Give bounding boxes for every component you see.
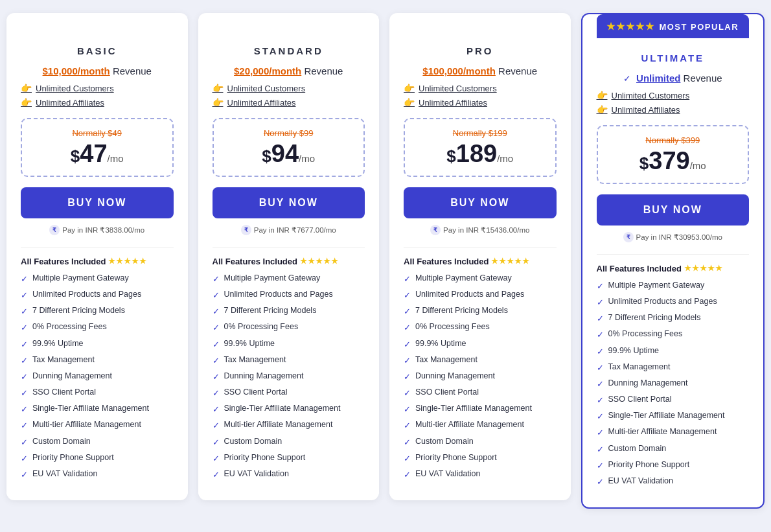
customers-emoji-basic: 👉 [21, 83, 32, 93]
price-main-ultimate: $379/mo [606, 148, 741, 175]
affiliates-label-standard: Unlimited Affiliates [227, 98, 296, 108]
customers-tag-ultimate: 👉 Unlimited Customers [597, 90, 750, 100]
feature-text-standard-5: Tax Management [224, 354, 286, 366]
inr-note-standard: ₹ Pay in INR ₹7677.00/mo [213, 225, 365, 235]
feature-item-standard-1: ✓ Unlimited Products and Pages [213, 289, 365, 301]
divider-pro [404, 247, 557, 248]
feature-text-basic-5: Tax Management [32, 354, 95, 366]
feature-check-standard-0: ✓ [213, 273, 220, 285]
feature-item-pro-12: ✓ EU VAT Validation [404, 468, 557, 481]
feature-text-pro-3: 0% Processing Fees [415, 321, 490, 333]
feature-text-pro-8: Single-Tier Affiliate Management [415, 403, 532, 415]
feature-item-ultimate-7: ✓ SSO Client Portal [597, 394, 750, 406]
feature-check-ultimate-3: ✓ [597, 329, 604, 341]
feature-text-ultimate-10: Custom Domain [608, 443, 667, 455]
feature-check-pro-1: ✓ [404, 290, 411, 301]
feature-check-basic-8: ✓ [21, 404, 28, 415]
price-currency-basic: $ [71, 146, 80, 166]
feature-text-ultimate-1: Unlimited Products and Pages [608, 296, 717, 308]
feature-check-basic-2: ✓ [21, 306, 28, 318]
feature-item-ultimate-11: ✓ Priority Phone Support [597, 459, 750, 472]
feature-check-pro-7: ✓ [404, 387, 411, 399]
feature-check-pro-12: ✓ [404, 469, 411, 481]
feature-item-pro-0: ✓ Multiple Payment Gateway [404, 273, 557, 285]
feature-text-standard-12: EU VAT Validation [224, 468, 290, 480]
feature-check-standard-1: ✓ [213, 290, 220, 301]
feature-check-ultimate-4: ✓ [597, 346, 604, 358]
feature-check-ultimate-5: ✓ [597, 362, 604, 374]
feature-text-basic-1: Unlimited Products and Pages [32, 289, 141, 301]
feature-item-basic-5: ✓ Tax Management [21, 354, 174, 367]
feature-text-basic-4: 99.9% Uptime [32, 338, 84, 350]
price-currency-standard: $ [262, 146, 271, 166]
check-icon-ultimate: ✓ [623, 73, 631, 84]
feature-text-standard-7: SSO Client Portal [224, 387, 288, 399]
inr-note-pro: ₹ Pay in INR ₹15436.00/mo [404, 225, 557, 235]
feature-text-standard-6: Dunning Management [224, 371, 304, 382]
feature-text-pro-9: Multi-tier Affiliate Management [415, 419, 524, 431]
feature-check-ultimate-7: ✓ [597, 395, 604, 406]
feature-item-standard-9: ✓ Multi-tier Affiliate Management [213, 419, 365, 432]
price-main-pro: $189/mo [413, 141, 547, 168]
price-number-ultimate: 379 [649, 147, 689, 174]
plan-card-basic: BASIC $10,000/month Revenue 👉 Unlimited … [6, 13, 188, 500]
price-number-standard: 94 [271, 140, 299, 167]
feature-text-basic-12: EU VAT Validation [32, 468, 98, 480]
affiliates-tag-ultimate: 👉 Unlimited Affiliates [597, 104, 750, 115]
feature-check-basic-11: ✓ [21, 453, 28, 465]
feature-check-ultimate-2: ✓ [597, 313, 604, 325]
feature-text-ultimate-6: Dunning Management [608, 378, 688, 389]
feature-check-pro-8: ✓ [404, 404, 411, 415]
price-box-standard: Normally $99 $94/mo [213, 118, 365, 177]
revenue-line-standard: $20,000/month Revenue [213, 65, 365, 76]
normal-price-pro: Normally $199 [413, 128, 547, 138]
inr-note-ultimate: ₹ Pay in INR ₹30953.00/mo [597, 232, 750, 242]
feature-text-basic-8: Single-Tier Affiliate Management [32, 403, 149, 415]
feature-check-standard-6: ✓ [213, 371, 220, 383]
feature-check-standard-12: ✓ [213, 469, 220, 481]
feature-text-ultimate-11: Priority Phone Support [608, 459, 690, 471]
divider-standard [213, 247, 365, 248]
feature-text-basic-0: Multiple Payment Gateway [32, 273, 129, 284]
price-main-standard: $94/mo [222, 141, 356, 168]
feature-item-basic-1: ✓ Unlimited Products and Pages [21, 289, 174, 301]
buy-button-ultimate[interactable]: BUY NOW [597, 194, 750, 226]
feature-text-pro-2: 7 Different Pricing Models [415, 305, 508, 317]
unlimited-revenue-ultimate: Unlimited [636, 73, 680, 84]
feature-list-basic: ✓ Multiple Payment Gateway ✓ Unlimited P… [21, 273, 174, 481]
plan-name-basic: BASIC [21, 45, 174, 56]
buy-button-basic[interactable]: BUY NOW [21, 187, 174, 218]
feature-check-standard-7: ✓ [213, 387, 220, 399]
customers-tag-standard: 👉 Unlimited Customers [213, 83, 365, 93]
inr-text-basic: Pay in INR ₹3838.00/mo [62, 226, 144, 235]
plan-card-ultimate: ★★★★★ MOST POPULAR ULTIMATE ✓ Unlimited … [581, 13, 765, 509]
price-main-basic: $47/mo [30, 141, 165, 168]
affiliates-emoji-pro: 👉 [404, 97, 415, 108]
feature-check-ultimate-8: ✓ [597, 411, 604, 422]
plan-card-standard: STANDARD $20,000/month Revenue 👉 Unlimit… [198, 13, 380, 500]
feature-item-pro-9: ✓ Multi-tier Affiliate Management [404, 419, 557, 432]
features-title-text-basic: All Features Included [21, 257, 106, 266]
feature-item-ultimate-4: ✓ 99.9% Uptime [597, 345, 750, 358]
feature-item-pro-10: ✓ Custom Domain [404, 436, 557, 448]
feature-check-basic-5: ✓ [21, 355, 28, 367]
feature-check-basic-0: ✓ [21, 273, 28, 285]
feature-item-pro-5: ✓ Tax Management [404, 354, 557, 367]
buy-button-standard[interactable]: BUY NOW [213, 187, 365, 218]
plan-name-ultimate: ULTIMATE [597, 52, 750, 64]
price-number-basic: 47 [80, 140, 107, 167]
feature-item-basic-10: ✓ Custom Domain [21, 436, 174, 448]
feature-list-ultimate: ✓ Multiple Payment Gateway ✓ Unlimited P… [597, 280, 750, 488]
feature-text-basic-7: SSO Client Portal [32, 387, 96, 399]
customers-label-ultimate: Unlimited Customers [612, 91, 690, 100]
feature-item-basic-12: ✓ EU VAT Validation [21, 468, 174, 481]
buy-button-pro[interactable]: BUY NOW [404, 187, 557, 218]
feature-text-ultimate-5: Tax Management [608, 362, 671, 373]
feature-check-pro-4: ✓ [404, 339, 411, 351]
feature-item-standard-6: ✓ Dunning Management [213, 371, 365, 383]
affiliates-tag-pro: 👉 Unlimited Affiliates [404, 97, 557, 108]
feature-check-standard-4: ✓ [213, 339, 220, 351]
feature-item-standard-5: ✓ Tax Management [213, 354, 365, 367]
feature-text-pro-5: Tax Management [415, 354, 478, 366]
feature-item-pro-7: ✓ SSO Client Portal [404, 387, 557, 399]
